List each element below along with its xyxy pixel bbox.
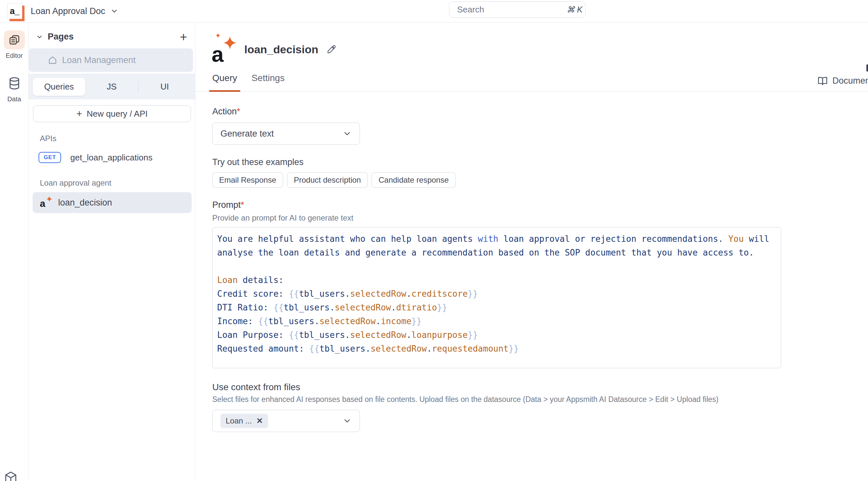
apis-section-title: APIs: [40, 134, 195, 143]
search-input[interactable]: [450, 5, 566, 15]
remove-file-x-icon[interactable]: ✕: [256, 416, 263, 425]
pages-header: Pages +: [29, 23, 195, 48]
appsmith-ai-icon: a: [212, 34, 235, 64]
rail-editor-label: Editor: [5, 52, 23, 59]
query-header: a loan_decision: [195, 23, 868, 64]
examples-section: Try out these examples Email Response Pr…: [212, 157, 868, 187]
ai-mini-letter: a: [40, 199, 45, 208]
query-editor-main: a loan_decision Query Settings: [195, 23, 868, 481]
examples-row: Email Response Product description Candi…: [212, 173, 868, 187]
prompt-section: Prompt* Provide an prompt for AI to gene…: [212, 200, 868, 368]
sidebar-item-loan-decision[interactable]: a loan_decision: [33, 192, 192, 213]
context-files-select[interactable]: Loan ... ✕: [212, 410, 360, 432]
examples-label: Try out these examples: [212, 157, 868, 167]
action-required-mark: *: [237, 107, 240, 116]
selected-file-chip-label: Loan ...: [226, 416, 252, 425]
page-item-label: Loan Management: [62, 55, 135, 65]
database-icon[interactable]: [4, 74, 25, 93]
agent-query-name: loan_decision: [58, 198, 112, 208]
prompt-label: Prompt*: [212, 200, 868, 210]
ai-sparkle-icon: a: [40, 197, 51, 208]
context-files-label: Use context from files: [212, 382, 868, 392]
new-query-label: New query / API: [87, 109, 148, 119]
documentation-link[interactable]: Document: [817, 76, 868, 91]
action-label-text: Action: [212, 107, 237, 116]
prompt-label-text: Prompt: [212, 200, 241, 210]
add-page-button[interactable]: +: [180, 32, 187, 41]
query-tabs-row: Query Settings Document: [195, 70, 868, 91]
left-rail: Editor Data: [0, 23, 29, 481]
selected-file-chip: Loan ... ✕: [220, 414, 268, 428]
documentation-label: Document: [832, 76, 868, 86]
chevron-down-icon: [343, 416, 352, 425]
sidebar-item-get-loan-applications[interactable]: GET get_loan_applications: [33, 148, 193, 167]
prompt-required-mark: *: [241, 200, 244, 210]
rail-item-editor[interactable]: Editor: [4, 30, 25, 59]
appsmith-logo-text: a_: [10, 6, 20, 16]
get-method-badge: GET: [38, 152, 61, 163]
ai-logo-letter: a: [212, 44, 224, 64]
tab-query[interactable]: Query: [212, 70, 237, 91]
api-name: get_loan_applications: [70, 153, 153, 163]
book-icon: [817, 76, 828, 86]
plus-icon: +: [76, 108, 82, 119]
action-label: Action*: [212, 107, 868, 117]
search-shortcut-hint: ⌘ K: [566, 5, 590, 14]
appsmith-logo[interactable]: a_: [7, 3, 22, 19]
example-product-description-button[interactable]: Product description: [287, 173, 368, 187]
tab-queries[interactable]: Queries: [33, 78, 85, 96]
example-candidate-response-button[interactable]: Candidate response: [372, 173, 456, 187]
home-icon: [48, 55, 58, 65]
tab-settings[interactable]: Settings: [251, 70, 284, 91]
prompt-code-editor[interactable]: You are helpful assistant who can help l…: [212, 227, 781, 368]
explorer-sidebar: Pages + Loan Management Queries JS UI + …: [29, 23, 195, 481]
editor-icon[interactable]: [4, 30, 25, 49]
rail-data-label: Data: [7, 95, 21, 103]
pages-collapse-chevron-down-icon[interactable]: [36, 33, 43, 40]
query-title: loan_decision: [244, 43, 318, 56]
edit-name-pencil-icon[interactable]: [326, 44, 337, 55]
chevron-down-icon: [343, 129, 352, 138]
action-select[interactable]: Generate text: [212, 123, 360, 145]
context-files-section: Use context from files Select files for …: [212, 382, 868, 432]
app-title[interactable]: Loan Approval Doc: [31, 6, 105, 16]
pages-title: Pages: [48, 32, 74, 42]
tab-ui[interactable]: UI: [138, 78, 191, 96]
global-search[interactable]: ⌘ K: [449, 1, 586, 18]
app-title-chevron-down-icon[interactable]: [111, 7, 118, 15]
tab-js[interactable]: JS: [85, 78, 138, 96]
example-email-response-button[interactable]: Email Response: [212, 173, 283, 187]
query-form: Action* Generate text Try out these exam…: [195, 91, 868, 432]
libraries-cube-icon[interactable]: [3, 471, 18, 481]
top-bar: a_ Loan Approval Doc ⌘ K: [0, 0, 868, 23]
context-files-helper-text: Select files for enhanced AI responses b…: [212, 395, 868, 404]
sidebar-item-loan-management-page[interactable]: Loan Management: [29, 48, 193, 72]
context-menu-button-clipped[interactable]: [866, 64, 868, 71]
action-select-value: Generate text: [220, 129, 274, 139]
agent-section-title: Loan approval agent: [40, 178, 195, 187]
explorer-tabs: Queries JS UI: [29, 74, 195, 99]
new-query-button[interactable]: + New query / API: [33, 105, 191, 122]
prompt-helper-text: Provide an prompt for AI to generate tex…: [212, 213, 868, 222]
rail-item-data[interactable]: Data: [4, 74, 25, 103]
